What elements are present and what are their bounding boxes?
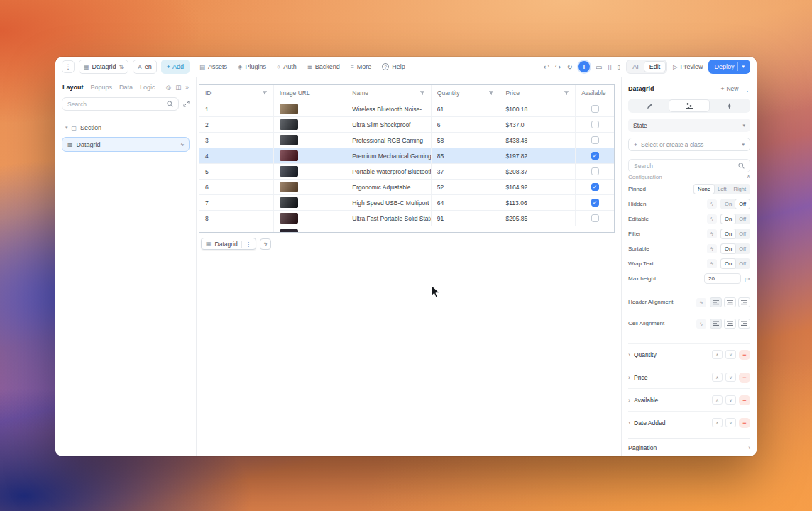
datagrid-element[interactable]: IDImage URLNameQuantityPriceAvailable 1W… bbox=[199, 84, 615, 233]
filter-icon[interactable] bbox=[488, 90, 494, 96]
bind-icon[interactable]: ϟ bbox=[707, 214, 717, 224]
remove-column-button[interactable]: − bbox=[739, 395, 750, 405]
sidebar-tab-popups[interactable]: Popups bbox=[91, 84, 113, 91]
grid-row-1[interactable]: 1Wireless Bluetooth Noise-61$100.18 bbox=[199, 101, 614, 117]
menu-help[interactable]: ?Help bbox=[382, 63, 405, 70]
pinned-option-left[interactable]: Left bbox=[714, 185, 730, 194]
preview-button[interactable]: ▷ Preview bbox=[673, 63, 703, 70]
column-header-image-url[interactable]: Image URL bbox=[273, 85, 346, 101]
state-dropdown[interactable]: State ▾ bbox=[628, 119, 750, 132]
inspector-search[interactable] bbox=[628, 159, 750, 172]
availability-checkbox[interactable]: ✓ bbox=[591, 183, 599, 191]
max-height-input[interactable] bbox=[704, 273, 741, 284]
availability-checkbox[interactable] bbox=[591, 214, 599, 222]
bind-icon[interactable]: ϟ bbox=[707, 229, 717, 238]
menu-backend[interactable]: ≣Backend bbox=[307, 63, 340, 70]
grid-row-4[interactable]: 4Premium Mechanical Gaming85$197.82✓ bbox=[199, 148, 614, 164]
expand-icon[interactable] bbox=[183, 101, 190, 107]
kebab-menu-icon[interactable]: ⋮ bbox=[745, 85, 751, 92]
menu-more[interactable]: ≡More bbox=[351, 63, 371, 70]
filter-icon[interactable] bbox=[564, 90, 569, 96]
deploy-button[interactable]: Deploy ▾ bbox=[708, 60, 750, 74]
refresh-icon[interactable]: ↻ bbox=[567, 63, 573, 71]
bind-icon[interactable]: ϟ bbox=[181, 141, 184, 148]
tab-edit[interactable] bbox=[630, 100, 669, 111]
column-header-id[interactable]: ID bbox=[199, 85, 273, 101]
column-header-price[interactable]: Price bbox=[500, 85, 576, 101]
align-left-button[interactable] bbox=[710, 319, 722, 329]
desktop-device-icon[interactable]: ▭ bbox=[596, 63, 602, 71]
redo-icon[interactable]: ↪ bbox=[555, 63, 561, 71]
phone-device-icon[interactable]: ▯ bbox=[618, 64, 620, 70]
bind-icon[interactable]: ϟ bbox=[696, 298, 706, 307]
tree-item-datagrid[interactable]: ▦ Datagrid ϟ bbox=[62, 137, 190, 152]
grid-row-5[interactable]: 5Portable Waterproof Bluetooth37$208.37 bbox=[199, 164, 614, 180]
selected-element-chip[interactable]: ▦ Datagrid ⋮ bbox=[201, 238, 256, 250]
remove-column-button[interactable]: − bbox=[739, 418, 750, 428]
sortable-off-button[interactable]: Off bbox=[735, 244, 750, 253]
sidebar-search-input[interactable] bbox=[67, 101, 164, 108]
move-up-button[interactable]: ∧ bbox=[712, 395, 723, 405]
editable-on-button[interactable]: On bbox=[721, 214, 735, 224]
collapse-sidebar-icon[interactable]: » bbox=[185, 84, 189, 91]
column-header-available[interactable]: Available bbox=[575, 85, 614, 101]
grid-row-7[interactable]: 7High Speed USB-C Multiport64$113.06✓ bbox=[199, 195, 614, 211]
sidebar-tab-logic[interactable]: Logic bbox=[140, 84, 155, 91]
user-avatar[interactable]: T bbox=[578, 61, 590, 72]
bind-icon[interactable]: ϟ bbox=[707, 199, 717, 209]
class-selector[interactable]: + Select or create a class ▾ bbox=[628, 138, 750, 151]
availability-checkbox[interactable] bbox=[591, 105, 599, 113]
align-right-button[interactable] bbox=[738, 319, 750, 329]
filter-icon[interactable] bbox=[262, 90, 268, 96]
panel-icon[interactable]: ◫ bbox=[175, 84, 181, 91]
wrap-text-off-button[interactable]: Off bbox=[735, 259, 750, 268]
tablet-device-icon[interactable]: ▯ bbox=[608, 63, 612, 71]
availability-checkbox[interactable] bbox=[591, 167, 599, 175]
column-header-name[interactable]: Name bbox=[346, 85, 431, 101]
align-right-button[interactable] bbox=[738, 297, 750, 307]
move-up-button[interactable]: ∧ bbox=[712, 373, 723, 382]
main-menu-button[interactable]: ⋮ bbox=[62, 60, 75, 73]
availability-checkbox[interactable]: ✓ bbox=[591, 199, 599, 207]
pinned-option-right[interactable]: Right bbox=[730, 185, 750, 194]
column-section-quantity[interactable]: › Quantity ∧ ∨ − bbox=[628, 343, 750, 366]
align-left-button[interactable] bbox=[710, 297, 722, 307]
availability-checkbox[interactable] bbox=[591, 136, 599, 144]
editable-off-button[interactable]: Off bbox=[735, 214, 750, 224]
inspector-search-input[interactable] bbox=[634, 163, 735, 170]
bind-icon[interactable]: ϟ bbox=[707, 244, 717, 253]
menu-plugins[interactable]: ◈Plugins bbox=[238, 63, 266, 70]
column-section-price[interactable]: › Price ∧ ∨ − bbox=[628, 366, 750, 388]
move-down-button[interactable]: ∨ bbox=[725, 373, 736, 382]
align-center-button[interactable] bbox=[724, 297, 736, 307]
sidebar-tab-data[interactable]: Data bbox=[119, 84, 133, 91]
move-down-button[interactable]: ∨ bbox=[725, 395, 736, 405]
move-up-button[interactable]: ∧ bbox=[712, 418, 723, 427]
tree-item-section[interactable]: ▾ ▢ Section bbox=[62, 121, 190, 134]
hidden-off-button[interactable]: Off bbox=[735, 199, 750, 209]
tab-style[interactable] bbox=[709, 100, 749, 111]
grid-row-2[interactable]: 2Ultra Slim Shockproof6$437.0 bbox=[199, 117, 614, 133]
edit-mode-button[interactable]: Edit bbox=[644, 61, 666, 72]
column-header-quantity[interactable]: Quantity bbox=[431, 85, 500, 101]
grid-row-6[interactable]: 6Ergonomic Adjustable52$164.92✓ bbox=[199, 180, 614, 195]
configuration-section-header[interactable]: Configuration ∧ bbox=[628, 175, 750, 182]
target-icon[interactable]: ◎ bbox=[166, 84, 171, 91]
grid-row-3[interactable]: 3Professional RGB Gaming58$438.48 bbox=[199, 133, 614, 148]
filter-on-button[interactable]: On bbox=[721, 229, 735, 238]
canvas[interactable]: IDImage URLNameQuantityPriceAvailable 1W… bbox=[197, 77, 621, 456]
pinned-option-none[interactable]: None bbox=[694, 185, 714, 194]
column-section-available[interactable]: › Available ∧ ∨ − bbox=[628, 388, 750, 411]
move-down-button[interactable]: ∨ bbox=[725, 350, 736, 359]
sidebar-search[interactable] bbox=[62, 97, 179, 111]
pagination-row[interactable]: Pagination › bbox=[628, 438, 750, 456]
remove-column-button[interactable]: − bbox=[739, 373, 750, 383]
sortable-on-button[interactable]: On bbox=[721, 244, 735, 253]
chip-menu-icon[interactable]: ⋮ bbox=[241, 241, 252, 248]
move-down-button[interactable]: ∨ bbox=[725, 418, 736, 427]
language-selector[interactable]: A en bbox=[133, 60, 156, 74]
wrap-text-on-button[interactable]: On bbox=[721, 259, 735, 268]
ai-mode-button[interactable]: AI bbox=[627, 61, 644, 72]
menu-auth[interactable]: ○Auth bbox=[277, 63, 297, 70]
availability-checkbox[interactable]: ✓ bbox=[591, 152, 599, 160]
